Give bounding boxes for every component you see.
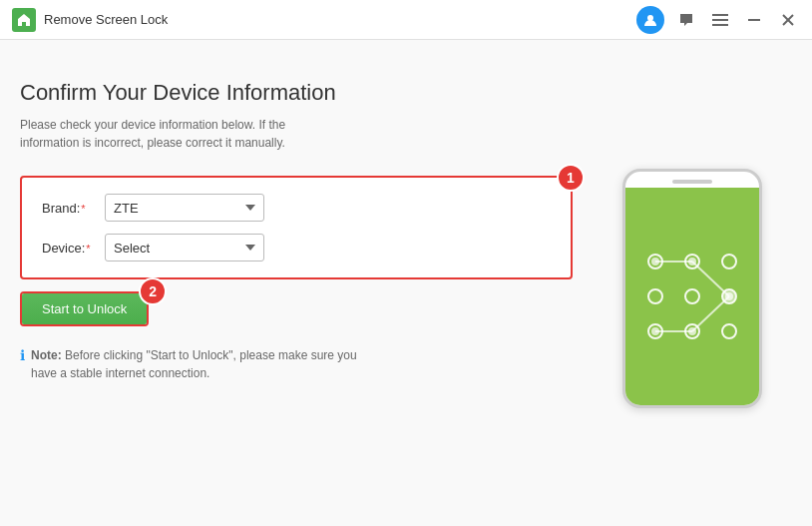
device-label: Device:* xyxy=(42,241,97,256)
svg-point-22 xyxy=(725,292,733,300)
svg-point-21 xyxy=(688,258,696,265)
phone-mockup xyxy=(622,169,762,408)
svg-rect-2 xyxy=(712,19,728,21)
svg-point-23 xyxy=(688,327,696,335)
device-info-form: 1 Brand:* ZTE Samsung Huawei LG Device:* xyxy=(20,176,573,279)
left-panel: Confirm Your Device Information Please c… xyxy=(20,60,573,506)
menu-icon[interactable] xyxy=(708,8,732,32)
device-select[interactable]: Select Blade Axon xyxy=(105,234,264,262)
minimize-button[interactable] xyxy=(742,8,766,32)
svg-rect-1 xyxy=(712,14,728,16)
button-row: Start to Unlock 2 xyxy=(20,291,573,326)
account-icon[interactable] xyxy=(636,6,664,34)
start-unlock-button[interactable]: Start to Unlock xyxy=(22,293,147,324)
svg-point-19 xyxy=(722,324,736,338)
svg-point-14 xyxy=(648,289,662,303)
info-icon: ℹ xyxy=(20,347,25,363)
svg-point-20 xyxy=(651,258,659,265)
chat-icon[interactable] xyxy=(674,8,698,32)
title-bar: Remove Screen Lock xyxy=(0,0,812,40)
svg-rect-3 xyxy=(712,24,728,26)
svg-point-24 xyxy=(651,327,659,335)
unlock-button-wrap: Start to Unlock 2 xyxy=(20,291,149,326)
page-title: Confirm Your Device Information xyxy=(20,80,573,106)
unlock-btn-border: Start to Unlock xyxy=(20,291,149,326)
brand-row: Brand:* ZTE Samsung Huawei LG xyxy=(42,194,551,222)
step-badge-2: 2 xyxy=(139,277,167,305)
required-star: * xyxy=(81,203,85,215)
home-icon[interactable] xyxy=(12,8,36,32)
step-badge-1: 1 xyxy=(557,164,585,192)
device-row: Device:* Select Blade Axon xyxy=(42,234,551,262)
main-area: Confirm Your Device Information Please c… xyxy=(0,40,812,526)
brand-select[interactable]: ZTE Samsung Huawei LG xyxy=(105,194,264,222)
page-description: Please check your device information bel… xyxy=(20,116,339,152)
right-panel xyxy=(593,60,792,506)
lock-pattern-svg xyxy=(625,188,759,405)
svg-point-13 xyxy=(722,255,736,268)
svg-rect-4 xyxy=(748,19,760,21)
title-bar-left: Remove Screen Lock xyxy=(12,8,168,32)
svg-point-15 xyxy=(685,289,699,303)
brand-label: Brand:* xyxy=(42,201,97,216)
close-button[interactable] xyxy=(776,8,800,32)
phone-screen xyxy=(625,188,759,405)
required-star-2: * xyxy=(86,243,90,255)
note-section: ℹ Note: Before clicking "Start to Unlock… xyxy=(20,346,359,382)
note-text: Note: Before clicking "Start to Unlock",… xyxy=(31,346,359,382)
title-bar-controls xyxy=(636,6,800,34)
app-title: Remove Screen Lock xyxy=(44,12,168,27)
phone-speaker xyxy=(672,180,712,184)
